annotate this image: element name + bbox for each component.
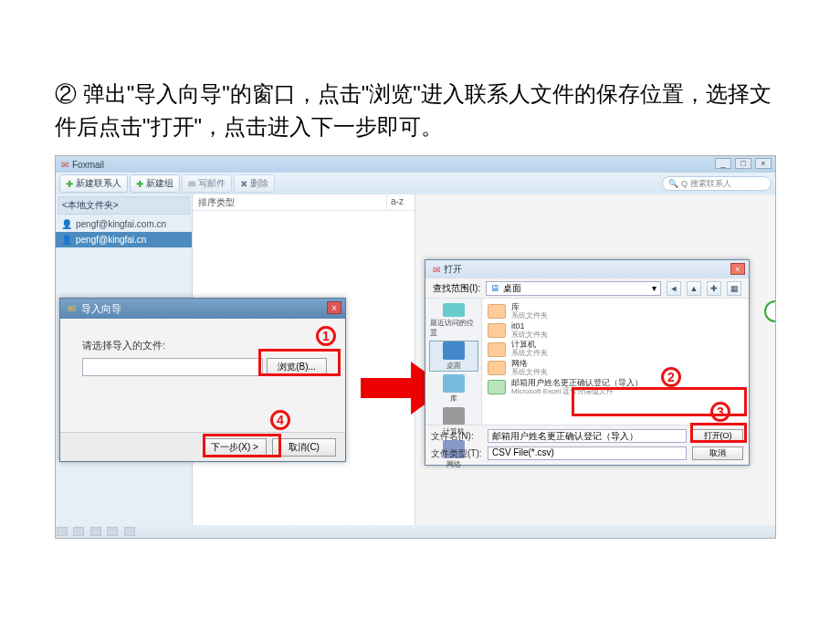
delete-icon: ✖ [240, 179, 247, 189]
look-in-row: 查找范围(I): 🖥 桌面 ▾ ◄ ▲ ✚ ▦ [425, 278, 749, 299]
wizard-title: 导入向导 [81, 302, 121, 316]
up-icon[interactable]: ▲ [687, 281, 701, 296]
open-cancel-button[interactable]: 取消 [692, 446, 743, 460]
wizard-file-label: 请选择导入的文件: [82, 339, 327, 352]
foxmail-toolbar: ✚新建联系人 ✚新建组 ✉写邮件 ✖删除 🔍 Q 搜索联系人 [56, 173, 775, 194]
callout-number-4: 4 [270, 410, 290, 430]
place-library[interactable]: 库 [429, 373, 478, 404]
filename-label: 文件名(N): [431, 430, 482, 443]
look-in-label: 查找范围(I): [433, 282, 480, 295]
mail-button[interactable]: ✉写邮件 [182, 174, 232, 193]
sidebar-local-folder[interactable]: <本地文件夹> [58, 196, 190, 215]
status-icon[interactable] [107, 527, 118, 536]
plus-icon: ✚ [66, 179, 73, 189]
minimize-icon[interactable]: _ [715, 158, 731, 169]
browse-button[interactable]: 浏览(B)... [267, 358, 327, 376]
search-icon: 🔍 [668, 179, 678, 188]
screenshot-frame: ✉ Foxmail _ □ × ✚新建联系人 ✚新建组 ✉写邮件 ✖删除 🔍 Q… [55, 155, 776, 539]
sidebar-account-1[interactable]: 👤pengf@kingfai.com.cn [56, 216, 192, 232]
status-icon[interactable] [124, 527, 135, 536]
place-recent[interactable]: 最近访问的位置 [429, 302, 478, 339]
maximize-icon[interactable]: □ [735, 158, 751, 169]
chevron-down-icon: ▾ [652, 283, 656, 293]
status-icon[interactable] [57, 527, 68, 536]
instruction-text: ② 弹出"导入向导"的窗口，点击"浏览"进入联系人文件的保存位置，选择文件后点击… [55, 78, 785, 143]
place-desktop[interactable]: 桌面 [429, 341, 478, 372]
filename-combo[interactable]: 邮箱用户姓名更正确认登记（导入） [488, 429, 687, 443]
filetype-combo[interactable]: CSV File(*.csv) [488, 446, 687, 460]
places-bar: 最近访问的位置 桌面 库 计算机 网络 [425, 299, 482, 425]
import-wizard-dialog: ✉ 导入向导 × 请选择导入的文件: 浏览(B)... 下一步(X) > 取消(… [59, 298, 346, 462]
open-dialog-bottom: 文件名(N): 邮箱用户姓名更正确认登记（导入） 打开(O) 文件类型(T): … [425, 425, 749, 465]
delete-button[interactable]: ✖删除 [234, 174, 275, 193]
open-dialog-titlebar: ✉ 打开 × [425, 260, 749, 278]
search-input[interactable]: 🔍 Q 搜索联系人 [662, 176, 772, 191]
callout-number-1: 1 [316, 326, 336, 346]
close-icon[interactable]: × [755, 158, 772, 169]
sort-az[interactable]: a-z [387, 194, 415, 210]
file-item-library[interactable]: 库系统文件夹 [488, 302, 743, 321]
new-contact-button[interactable]: ✚新建联系人 [59, 174, 128, 193]
file-list: 库系统文件夹 it01系统文件夹 计算机系统文件夹 网络系统文件夹 邮箱用户姓名… [482, 299, 749, 425]
view-icon[interactable]: ▦ [727, 281, 741, 296]
user-icon: 👤 [61, 235, 72, 245]
wizard-close-button[interactable]: × [327, 301, 341, 314]
file-item-it01[interactable]: it01系统文件夹 [488, 321, 743, 341]
next-button[interactable]: 下一步(X) > [203, 438, 267, 457]
foxmail-title: Foxmail [72, 160, 104, 170]
open-button[interactable]: 打开(O) [692, 429, 743, 443]
app-logo-icon: ✉ [61, 160, 68, 170]
open-dialog-title: 打开 [444, 263, 462, 276]
callout-number-2: 2 [661, 367, 681, 387]
cancel-button[interactable]: 取消(C) [272, 438, 336, 457]
status-icon[interactable] [90, 527, 101, 536]
file-item-excel[interactable]: 邮箱用户姓名更正确认登记（导入）Microsoft Excel 逗号分隔值文件 [488, 378, 743, 397]
user-icon: 👤 [61, 219, 72, 229]
wizard-file-input[interactable] [82, 358, 263, 376]
desktop-icon: 🖥 [490, 283, 499, 293]
mail-icon: ✉ [188, 179, 195, 189]
file-item-computer[interactable]: 计算机系统文件夹 [488, 340, 743, 359]
sort-header[interactable]: 排序类型 [193, 194, 387, 210]
wizard-app-icon: ✉ [68, 303, 76, 315]
callout-number-3: 3 [710, 402, 730, 422]
look-in-combo[interactable]: 🖥 桌面 ▾ [486, 281, 661, 296]
open-dialog-icon: ✉ [433, 265, 440, 275]
new-folder-icon[interactable]: ✚ [707, 281, 721, 296]
green-indicator-icon [764, 300, 776, 322]
back-icon[interactable]: ◄ [667, 281, 681, 296]
file-item-network[interactable]: 网络系统文件夹 [488, 359, 743, 378]
sidebar-account-2[interactable]: 👤pengf@kingfai.cn [56, 232, 192, 247]
foxmail-titlebar: ✉ Foxmail _ □ × [56, 156, 775, 173]
filetype-label: 文件类型(T): [431, 447, 482, 460]
wizard-titlebar: ✉ 导入向导 × [60, 299, 345, 319]
status-icon[interactable] [73, 527, 84, 536]
foxmail-status-bar [56, 525, 775, 538]
new-group-button[interactable]: ✚新建组 [130, 174, 180, 193]
open-dialog-close-button[interactable]: × [730, 263, 745, 275]
plus-icon: ✚ [136, 179, 143, 189]
file-open-dialog: ✉ 打开 × 查找范围(I): 🖥 桌面 ▾ ◄ ▲ ✚ ▦ 最近访问的位置 [425, 259, 750, 466]
